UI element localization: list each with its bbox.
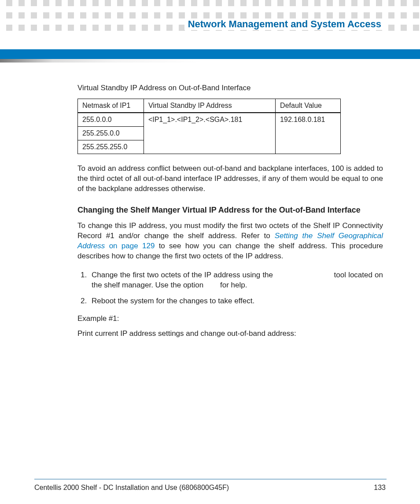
- th-netmask: Netmask of IP1: [78, 99, 144, 113]
- cell-virtual-ip: <IP1_1>.<IP1_2>.<SGA>.181: [144, 113, 275, 154]
- table-caption: Virtual Standby IP Address on Out-of-Ban…: [77, 84, 383, 92]
- cross-reference-page[interactable]: on page 129: [105, 242, 155, 250]
- content-area: Virtual Standby IP Address on Out-of-Ban…: [77, 84, 383, 338]
- text: Change the first two octets of the IP ad…: [92, 271, 275, 279]
- step-item: Change the first two octets of the IP ad…: [89, 270, 383, 291]
- section-title: Network Management and System Access: [184, 18, 385, 30]
- footer-rule: [34, 479, 387, 479]
- page-number: 133: [374, 484, 386, 492]
- cell-netmask: 255.0.0.0: [78, 113, 144, 127]
- example-label: Example #1:: [77, 314, 383, 323]
- th-default: Default Value: [276, 99, 341, 113]
- paragraph: To avoid an address conflict between out…: [77, 164, 383, 194]
- procedure-list: Change the first two octets of the IP ad…: [77, 270, 383, 307]
- header-blue-bar: [0, 49, 420, 59]
- table-header-row: Netmask of IP1 Virtual Standby IP Addres…: [78, 99, 341, 113]
- step-item: Reboot the system for the changes to tak…: [89, 296, 383, 306]
- ip-table: Netmask of IP1 Virtual Standby IP Addres…: [77, 99, 341, 154]
- blank-space: [275, 271, 332, 279]
- cell-default: 192.168.0.181: [276, 113, 341, 154]
- cell-netmask: 255.255.255.0: [78, 140, 144, 154]
- footer-doc-title: Centellis 2000 Shelf - DC Installation a…: [34, 484, 229, 492]
- text: for help.: [218, 281, 247, 289]
- page: Network Management and System Access Vir…: [0, 0, 420, 504]
- paragraph: To change this IP address, you must modi…: [77, 221, 383, 261]
- blank-space: [206, 281, 218, 289]
- th-virtual-ip: Virtual Standby IP Address: [144, 99, 275, 113]
- cell-netmask: 255.255.0.0: [78, 127, 144, 140]
- example-text: Print current IP address settings and ch…: [77, 329, 383, 338]
- table-row: 255.0.0.0 <IP1_1>.<IP1_2>.<SGA>.181 192.…: [78, 113, 341, 127]
- header-gradient-bar: [0, 59, 420, 63]
- subsection-heading: Changing the Shelf Manger Virtual IP Add…: [77, 206, 383, 215]
